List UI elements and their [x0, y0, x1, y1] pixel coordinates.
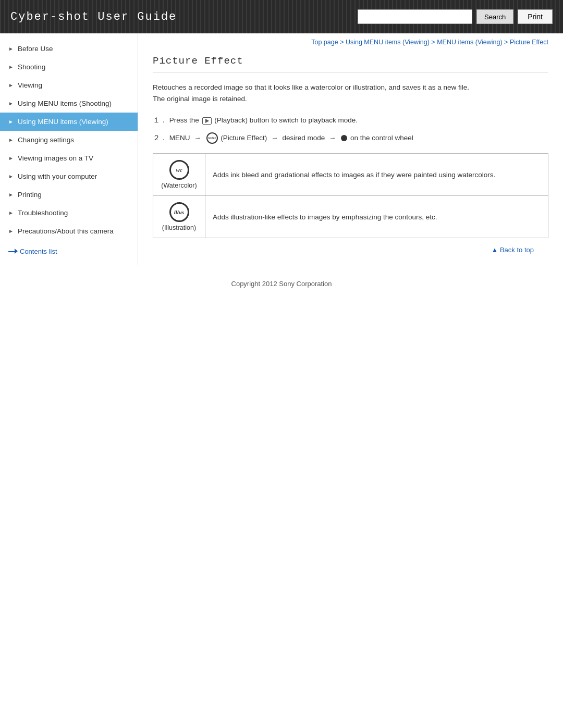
sidebar-item-viewing-images-on-a-tv[interactable]: ►Viewing images on a TV	[0, 149, 138, 167]
sidebar-arrow-icon: ►	[8, 82, 14, 88]
sidebar-items-container: ►Before Use►Shooting►Viewing►Using MENU …	[0, 40, 138, 240]
effect-description: Adds illustration-like effects to images…	[205, 196, 548, 238]
back-to-top-footer: Back to top	[153, 238, 548, 259]
search-button[interactable]: Search	[476, 9, 513, 24]
effect-description: Adds ink bleed and gradational effects t…	[205, 154, 548, 196]
step-2-num: ２．	[153, 134, 167, 142]
menu-icon	[206, 132, 218, 144]
step-2: ２． MENU → (Picture Effect) → desired mod…	[153, 132, 548, 144]
contents-list-link[interactable]: Contents list	[0, 240, 138, 258]
sidebar-arrow-icon: ►	[8, 228, 14, 234]
header-controls: Search Print	[358, 9, 553, 24]
sidebar-item-label: Using MENU items (Shooting)	[18, 100, 112, 107]
back-to-top-link[interactable]: Back to top	[491, 246, 534, 254]
sidebar-arrow-icon: ►	[8, 174, 14, 179]
sidebar-arrow-icon: ►	[8, 101, 14, 106]
watercolor-icon: wc	[169, 160, 189, 180]
sidebar-item-label: Using with your computer	[18, 172, 97, 180]
step-2-final: on the control wheel	[350, 134, 413, 142]
sidebar-item-before-use[interactable]: ►Before Use	[0, 40, 138, 58]
sidebar: ►Before Use►Shooting►Viewing►Using MENU …	[0, 33, 138, 265]
sidebar-item-printing[interactable]: ►Printing	[0, 186, 138, 204]
sidebar-item-label: Viewing	[18, 81, 42, 89]
breadcrumb-menu-items-viewing[interactable]: MENU items (Viewing)	[437, 39, 503, 46]
step-1-text-post: (Playback) button to switch to playback …	[214, 116, 358, 124]
effect-icon-cell: illus(Illustration)	[153, 196, 205, 238]
sidebar-arrow-icon: ►	[8, 119, 14, 125]
sidebar-item-shooting[interactable]: ►Shooting	[0, 58, 138, 76]
sidebar-item-changing-settings[interactable]: ►Changing settings	[0, 131, 138, 149]
main-layout: ►Before Use►Shooting►Viewing►Using MENU …	[0, 33, 563, 275]
sidebar-arrow-icon: ►	[8, 192, 14, 198]
step-2-picture-effect: (Picture Effect)	[221, 134, 267, 142]
sidebar-arrow-icon: ►	[8, 155, 14, 161]
breadcrumb-using-menu-viewing[interactable]: Using MENU items (Viewing)	[346, 39, 430, 46]
circle-bullet-icon	[341, 135, 347, 141]
contents-list-label: Contents list	[20, 248, 57, 255]
sidebar-item-using-menu-items--viewing-[interactable]: ►Using MENU items (Viewing)	[0, 113, 138, 131]
copyright: Copyright 2012 Sony Corporation	[0, 275, 563, 298]
sidebar-item-viewing[interactable]: ►Viewing	[0, 76, 138, 94]
step-1: １． Press the (Playback) button to switch…	[153, 115, 548, 126]
sidebar-item-using-menu-items--shooting-[interactable]: ►Using MENU items (Shooting)	[0, 94, 138, 113]
effects-table-body: wc(Watercolor)Adds ink bleed and gradati…	[153, 154, 548, 238]
step-2-menu: MENU	[169, 134, 190, 142]
sidebar-item-label: Before Use	[18, 45, 53, 53]
effect-label: (Illustration)	[162, 224, 196, 231]
step-2-arrow1: →	[194, 132, 201, 144]
effect-icon-cell: wc(Watercolor)	[153, 154, 205, 196]
effect-label: (Watercolor)	[161, 182, 197, 189]
sidebar-item-label: Shooting	[18, 63, 45, 71]
effect-icon: illus(Illustration)	[161, 202, 198, 231]
sidebar-item-label: Troubleshooting	[18, 209, 68, 217]
effects-table: wc(Watercolor)Adds ink bleed and gradati…	[153, 153, 548, 238]
sidebar-item-label: Printing	[18, 191, 42, 199]
header: Cyber-shot User Guide Search Print	[0, 0, 563, 33]
app-title: Cyber-shot User Guide	[10, 10, 177, 23]
sidebar-item-troubleshooting[interactable]: ►Troubleshooting	[0, 204, 138, 222]
sidebar-item-label: Viewing images on a TV	[18, 154, 93, 162]
step-1-num: １．	[153, 116, 167, 124]
sidebar-item-precautions-about-this-camera[interactable]: ►Precautions/About this camera	[0, 222, 138, 240]
page-title: Picture Effect	[153, 55, 548, 72]
description-line1: Retouches a recorded image so that it lo…	[153, 83, 469, 91]
sidebar-item-label: Using MENU items (Viewing)	[18, 118, 108, 126]
sidebar-arrow-icon: ►	[8, 210, 14, 216]
breadcrumb-sep3: >	[504, 39, 510, 46]
sidebar-arrow-icon: ►	[8, 64, 14, 70]
breadcrumb-top-page[interactable]: Top page	[311, 39, 338, 46]
content-area: Top page > Using MENU items (Viewing) > …	[138, 33, 563, 275]
step-1-text-pre: Press the	[169, 116, 199, 124]
step-2-arrow3: →	[329, 132, 336, 144]
sidebar-item-label: Precautions/About this camera	[18, 227, 114, 235]
playback-icon	[202, 117, 212, 125]
breadcrumb-current: Picture Effect	[510, 39, 548, 46]
table-row: wc(Watercolor)Adds ink bleed and gradati…	[153, 154, 548, 196]
sidebar-item-using-with-your-computer[interactable]: ►Using with your computer	[0, 167, 138, 186]
sidebar-arrow-icon: ►	[8, 137, 14, 143]
table-row: illus(Illustration)Adds illustration-lik…	[153, 196, 548, 238]
sidebar-item-label: Changing settings	[18, 136, 74, 144]
breadcrumb-sep1: >	[340, 39, 346, 46]
arrow-right-icon	[8, 249, 18, 254]
step-2-desired: desired mode	[282, 134, 325, 142]
step-2-arrow2: →	[271, 132, 278, 144]
print-button[interactable]: Print	[518, 9, 553, 24]
sidebar-arrow-icon: ►	[8, 46, 14, 52]
description-line2: The original image is retained.	[153, 95, 247, 103]
description: Retouches a recorded image so that it lo…	[153, 82, 548, 104]
breadcrumb: Top page > Using MENU items (Viewing) > …	[153, 39, 548, 46]
breadcrumb-sep2: >	[431, 39, 437, 46]
effect-icon: wc(Watercolor)	[161, 160, 198, 189]
search-input[interactable]	[358, 9, 472, 24]
illustration-icon: illus	[169, 202, 189, 222]
